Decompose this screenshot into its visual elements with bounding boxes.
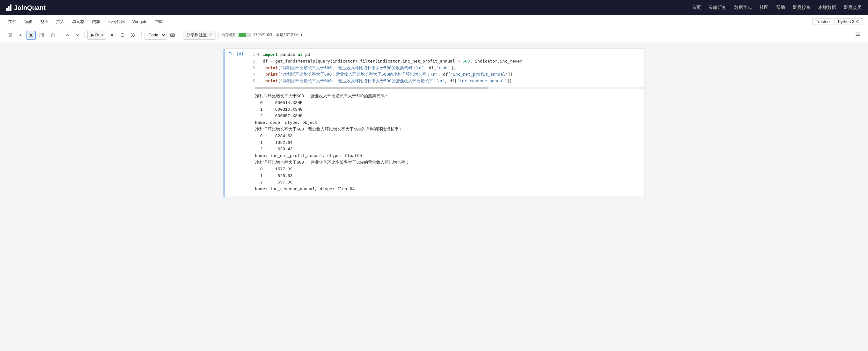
nav-help[interactable]: 帮助 (776, 3, 785, 12)
memory-bar-fill (239, 33, 246, 37)
move-up-button[interactable] (63, 31, 72, 39)
output-header-3: 净利润环比增长率大于600， 营业收入环比增长率大于500的营业收入环比增长率： (255, 159, 639, 166)
separator-5 (218, 32, 219, 38)
cell-output: 净利润环比增长率大于600， 营业收入环比增长率大于500的股票代码： 0 00… (224, 89, 644, 197)
nav-local-data[interactable]: 本地数据 (818, 3, 836, 12)
svg-rect-2 (9, 35, 11, 37)
logo-text: JoinQuant (14, 4, 45, 11)
restart-run-button[interactable] (128, 31, 139, 39)
separator-2 (85, 32, 85, 38)
output-row3-0: 0 1577.39 (255, 166, 639, 173)
output-footer-2: Name: inc_net_profit_annual, dtype: floa… (255, 153, 639, 159)
output-footer-1: Name: code, dtype: object (255, 120, 639, 126)
memory-bar (239, 33, 251, 37)
keyboard-button[interactable] (168, 31, 177, 39)
save-button[interactable] (5, 31, 15, 39)
menu-bar: 文件 编辑 视图 插入 单元格 内核 示例代码 Widgets 帮助 Trust… (0, 15, 868, 28)
output-header-2: 净利润环比增长率大于600，营业收入环比增长率大于500的净利润环比增长率： (255, 126, 639, 133)
nav-links: 首页 策略研究 数据字典 社区 帮助 聚宽投资 本地数据 聚宽会员 (692, 3, 862, 12)
svg-rect-10 (52, 33, 53, 34)
separator-1 (60, 32, 60, 38)
svg-rect-13 (111, 34, 113, 36)
toolbar: + ▶ Run Code 分享到社区 ↗ 内存使用 (0, 28, 868, 42)
separator-4 (180, 32, 180, 38)
menu-kernel[interactable]: 内核 (89, 18, 104, 26)
output-row3-1: 1 825.63 (255, 173, 639, 180)
menu-cell[interactable]: 单元格 (69, 18, 88, 26)
share-button[interactable]: 分享到社区 ↗ (183, 31, 216, 39)
nav-home[interactable]: 首页 (692, 3, 701, 12)
output-row-2-idx: 2 600657.XSHG (255, 113, 639, 120)
notebook-content: In [4]: 12345 ▼ import pandas as pd (211, 49, 657, 197)
cell-type-select[interactable]: Code (144, 31, 166, 39)
cut-button[interactable] (26, 31, 36, 39)
menu-widgets[interactable]: Widgets (129, 18, 151, 25)
nav-member[interactable]: 聚宽会员 (844, 3, 862, 12)
separator-3 (141, 32, 142, 38)
restart-button[interactable] (118, 31, 127, 39)
cell-prompt: In [4]: (224, 49, 250, 59)
kernel-status-indicator (856, 20, 859, 23)
menu-example[interactable]: 示例代码 (105, 18, 128, 26)
output-row2-2: 2 630.43 (255, 146, 639, 153)
logo[interactable]: JoinQuant (6, 4, 45, 11)
menu-view[interactable]: 视图 (37, 18, 52, 26)
add-cell-button[interactable]: + (16, 31, 25, 39)
output-row3-2: 2 657.36 (255, 179, 639, 186)
memory-info: 内存使用 170M/1.0G，本篇137.21M ▼ (221, 32, 303, 38)
copy-button[interactable] (37, 31, 46, 39)
svg-rect-1 (9, 33, 10, 34)
nav-strategy[interactable]: 策略研究 (709, 3, 726, 12)
cell-container[interactable]: In [4]: 12345 ▼ import pandas as pd (223, 49, 645, 197)
menu-help[interactable]: 帮助 (152, 18, 166, 26)
output-footer-3: Name: inc_revenue_annual, dtype: float64 (255, 186, 639, 193)
move-down-button[interactable] (73, 31, 82, 39)
output-header-1: 净利润环比增长率大于600， 营业收入环比增长率大于500的股票代码： (255, 93, 639, 100)
trusted-badge: Trusted (812, 18, 833, 25)
output-row2-1: 1 1092.64 (255, 140, 639, 146)
svg-rect-9 (52, 34, 54, 37)
svg-rect-8 (40, 34, 43, 37)
python-badge: Python 3 (835, 18, 863, 25)
notebook-area: In [4]: 12345 ▼ import pandas as pd (0, 42, 868, 351)
stop-button[interactable] (107, 31, 116, 39)
cell-4: In [4]: 12345 ▼ import pandas as pd (223, 49, 645, 197)
paste-button[interactable] (48, 31, 57, 39)
top-nav: JoinQuant 首页 策略研究 数据字典 社区 帮助 聚宽投资 本地数据 聚… (0, 0, 868, 15)
menu-file[interactable]: 文件 (5, 18, 20, 26)
outline-button[interactable] (853, 31, 863, 39)
output-row-1-idx: 1 600316.XSHG (255, 107, 639, 113)
nav-community[interactable]: 社区 (760, 3, 769, 12)
nav-invest[interactable]: 聚宽投资 (793, 3, 811, 12)
run-button[interactable]: ▶ Run (87, 31, 106, 39)
output-row-0-idx: 0 000514.XSHE (255, 100, 639, 107)
cell-input: In [4]: 12345 ▼ import pandas as pd (224, 49, 644, 87)
menu-edit[interactable]: 编辑 (21, 18, 36, 26)
output-row2-0: 0 8284.63 (255, 133, 639, 140)
nav-data-dict[interactable]: 数据字典 (734, 3, 752, 12)
menu-insert[interactable]: 插入 (53, 18, 68, 26)
logo-icon (6, 4, 11, 11)
cell-code[interactable]: 12345 ▼ import pandas as pd df = get_fun… (250, 49, 644, 87)
